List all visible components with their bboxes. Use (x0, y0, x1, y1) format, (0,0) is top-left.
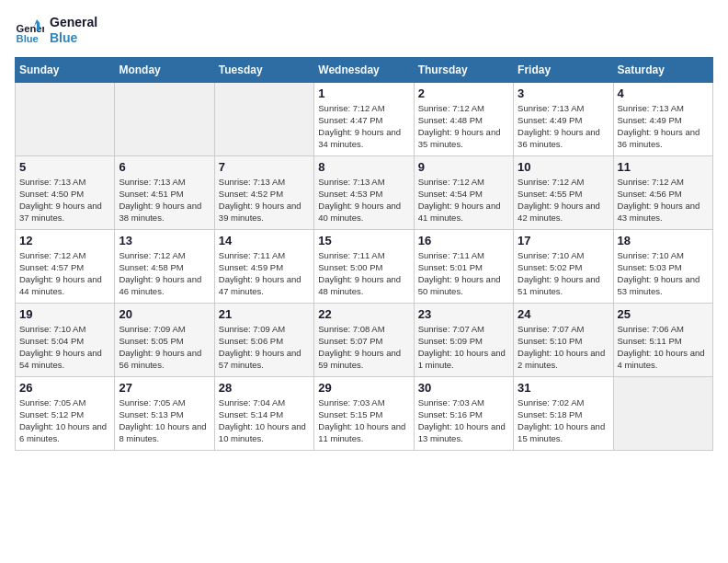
calendar-cell: 18Sunrise: 7:10 AMSunset: 5:03 PMDayligh… (613, 229, 712, 303)
calendar-cell: 9Sunrise: 7:12 AMSunset: 4:54 PMDaylight… (414, 155, 513, 229)
calendar-cell: 5Sunrise: 7:13 AMSunset: 4:50 PMDaylight… (16, 155, 115, 229)
day-info: Sunrise: 7:12 AMSunset: 4:56 PMDaylight:… (618, 176, 709, 224)
calendar-cell: 6Sunrise: 7:13 AMSunset: 4:51 PMDaylight… (115, 155, 214, 229)
logo: General Blue General Blue (15, 15, 97, 46)
weekday-header-monday: Monday (115, 57, 214, 82)
calendar-cell: 13Sunrise: 7:12 AMSunset: 4:58 PMDayligh… (115, 229, 214, 303)
calendar-cell: 4Sunrise: 7:13 AMSunset: 4:49 PMDaylight… (613, 82, 712, 155)
page-header: General Blue General Blue (15, 15, 713, 46)
day-number: 18 (618, 234, 709, 247)
calendar-cell: 23Sunrise: 7:07 AMSunset: 5:09 PMDayligh… (414, 303, 513, 376)
calendar-cell: 26Sunrise: 7:05 AMSunset: 5:12 PMDayligh… (16, 376, 115, 450)
day-info: Sunrise: 7:03 AMSunset: 5:15 PMDaylight:… (318, 396, 409, 445)
day-info: Sunrise: 7:10 AMSunset: 5:02 PMDaylight:… (518, 249, 609, 298)
day-info: Sunrise: 7:12 AMSunset: 4:57 PMDaylight:… (19, 249, 110, 298)
day-info: Sunrise: 7:02 AMSunset: 5:18 PMDaylight:… (518, 396, 609, 445)
day-info: Sunrise: 7:05 AMSunset: 5:12 PMDaylight:… (19, 396, 110, 445)
day-info: Sunrise: 7:11 AMSunset: 5:00 PMDaylight:… (318, 249, 409, 298)
calendar-cell: 29Sunrise: 7:03 AMSunset: 5:15 PMDayligh… (314, 376, 414, 450)
weekday-header-row: SundayMondayTuesdayWednesdayThursdayFrid… (16, 57, 713, 82)
weekday-header-thursday: Thursday (414, 57, 513, 82)
day-number: 12 (19, 234, 110, 247)
day-number: 21 (219, 307, 310, 321)
weekday-header-tuesday: Tuesday (214, 57, 313, 82)
calendar-cell: 16Sunrise: 7:11 AMSunset: 5:01 PMDayligh… (414, 229, 513, 303)
week-row-3: 12Sunrise: 7:12 AMSunset: 4:57 PMDayligh… (16, 229, 713, 303)
calendar-cell (16, 82, 115, 155)
day-info: Sunrise: 7:13 AMSunset: 4:52 PMDaylight:… (219, 176, 310, 224)
calendar-cell: 24Sunrise: 7:07 AMSunset: 5:10 PMDayligh… (514, 303, 613, 376)
week-row-5: 26Sunrise: 7:05 AMSunset: 5:12 PMDayligh… (16, 376, 713, 450)
day-number: 10 (518, 160, 609, 174)
calendar-cell: 28Sunrise: 7:04 AMSunset: 5:14 PMDayligh… (214, 376, 313, 450)
svg-text:Blue: Blue (17, 33, 39, 44)
day-info: Sunrise: 7:03 AMSunset: 5:16 PMDaylight:… (418, 396, 509, 445)
calendar-cell: 1Sunrise: 7:12 AMSunset: 4:47 PMDaylight… (314, 82, 414, 155)
day-number: 22 (318, 307, 409, 321)
calendar-cell: 3Sunrise: 7:13 AMSunset: 4:49 PMDaylight… (514, 82, 613, 155)
weekday-header-sunday: Sunday (16, 57, 115, 82)
calendar-cell: 15Sunrise: 7:11 AMSunset: 5:00 PMDayligh… (314, 229, 414, 303)
day-number: 27 (119, 381, 210, 395)
day-number: 13 (119, 234, 210, 247)
calendar-cell: 19Sunrise: 7:10 AMSunset: 5:04 PMDayligh… (16, 303, 115, 376)
calendar-table: SundayMondayTuesdayWednesdayThursdayFrid… (15, 57, 713, 451)
calendar-cell: 12Sunrise: 7:12 AMSunset: 4:57 PMDayligh… (16, 229, 115, 303)
day-number: 7 (219, 160, 310, 174)
calendar-cell: 20Sunrise: 7:09 AMSunset: 5:05 PMDayligh… (115, 303, 214, 376)
calendar-cell: 22Sunrise: 7:08 AMSunset: 5:07 PMDayligh… (314, 303, 414, 376)
day-info: Sunrise: 7:07 AMSunset: 5:10 PMDaylight:… (518, 323, 609, 372)
day-number: 11 (618, 160, 709, 174)
day-number: 20 (119, 307, 210, 321)
day-info: Sunrise: 7:05 AMSunset: 5:13 PMDaylight:… (119, 396, 210, 445)
day-info: Sunrise: 7:12 AMSunset: 4:54 PMDaylight:… (418, 176, 509, 224)
day-number: 3 (518, 86, 609, 100)
day-number: 9 (418, 160, 509, 174)
day-info: Sunrise: 7:07 AMSunset: 5:09 PMDaylight:… (418, 323, 509, 372)
calendar-cell: 8Sunrise: 7:13 AMSunset: 4:53 PMDaylight… (314, 155, 414, 229)
day-number: 28 (219, 381, 310, 395)
calendar-cell (613, 376, 712, 450)
day-number: 23 (418, 307, 509, 321)
day-number: 2 (418, 86, 509, 100)
calendar-cell (214, 82, 313, 155)
day-number: 4 (618, 86, 709, 100)
day-info: Sunrise: 7:10 AMSunset: 5:04 PMDaylight:… (19, 323, 110, 372)
week-row-4: 19Sunrise: 7:10 AMSunset: 5:04 PMDayligh… (16, 303, 713, 376)
logo-icon: General Blue (15, 16, 44, 45)
day-info: Sunrise: 7:13 AMSunset: 4:49 PMDaylight:… (518, 102, 609, 151)
day-info: Sunrise: 7:12 AMSunset: 4:55 PMDaylight:… (518, 176, 609, 224)
day-number: 14 (219, 234, 310, 247)
day-number: 17 (518, 234, 609, 247)
day-number: 16 (418, 234, 509, 247)
svg-text:General: General (17, 22, 44, 33)
logo-text-general: General (50, 15, 97, 30)
calendar-cell: 2Sunrise: 7:12 AMSunset: 4:48 PMDaylight… (414, 82, 513, 155)
day-number: 5 (19, 160, 110, 174)
calendar-cell: 21Sunrise: 7:09 AMSunset: 5:06 PMDayligh… (214, 303, 313, 376)
day-info: Sunrise: 7:13 AMSunset: 4:53 PMDaylight:… (318, 176, 409, 224)
calendar-cell: 14Sunrise: 7:11 AMSunset: 4:59 PMDayligh… (214, 229, 313, 303)
day-info: Sunrise: 7:12 AMSunset: 4:48 PMDaylight:… (418, 102, 509, 151)
weekday-header-friday: Friday (514, 57, 613, 82)
day-number: 24 (518, 307, 609, 321)
day-info: Sunrise: 7:12 AMSunset: 4:58 PMDaylight:… (119, 249, 210, 298)
calendar-cell: 10Sunrise: 7:12 AMSunset: 4:55 PMDayligh… (514, 155, 613, 229)
day-info: Sunrise: 7:08 AMSunset: 5:07 PMDaylight:… (318, 323, 409, 372)
logo-text-blue: Blue (50, 30, 97, 46)
day-info: Sunrise: 7:06 AMSunset: 5:11 PMDaylight:… (618, 323, 709, 372)
calendar-cell: 27Sunrise: 7:05 AMSunset: 5:13 PMDayligh… (115, 376, 214, 450)
calendar-cell: 11Sunrise: 7:12 AMSunset: 4:56 PMDayligh… (613, 155, 712, 229)
weekday-header-saturday: Saturday (613, 57, 712, 82)
day-info: Sunrise: 7:13 AMSunset: 4:49 PMDaylight:… (618, 102, 709, 151)
day-number: 30 (418, 381, 509, 395)
calendar-cell (115, 82, 214, 155)
day-info: Sunrise: 7:10 AMSunset: 5:03 PMDaylight:… (618, 249, 709, 298)
calendar-cell: 17Sunrise: 7:10 AMSunset: 5:02 PMDayligh… (514, 229, 613, 303)
week-row-1: 1Sunrise: 7:12 AMSunset: 4:47 PMDaylight… (16, 82, 713, 155)
day-number: 26 (19, 381, 110, 395)
day-info: Sunrise: 7:12 AMSunset: 4:47 PMDaylight:… (318, 102, 409, 151)
day-info: Sunrise: 7:13 AMSunset: 4:50 PMDaylight:… (19, 176, 110, 224)
day-info: Sunrise: 7:09 AMSunset: 5:06 PMDaylight:… (219, 323, 310, 372)
day-number: 31 (518, 381, 609, 395)
